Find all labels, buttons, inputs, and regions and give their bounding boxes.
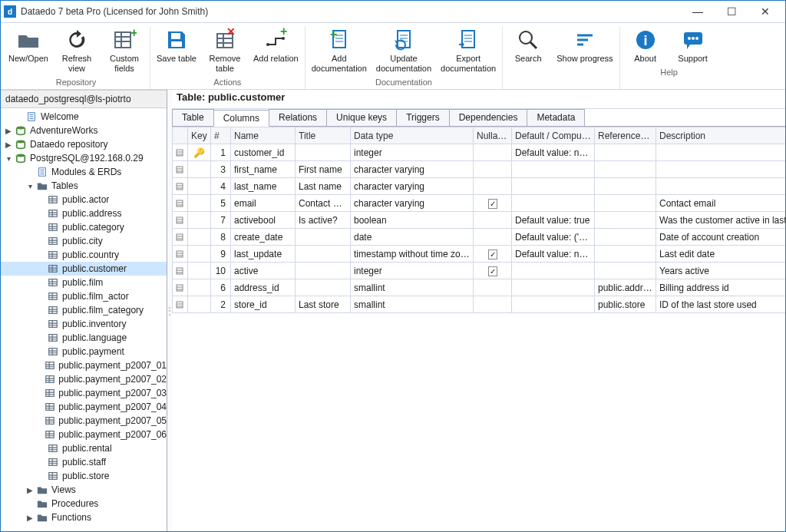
tree-item-public-film-actor[interactable]: public.film_actor	[1, 289, 167, 303]
nullable-cell[interactable]	[474, 279, 512, 296]
grid-cell[interactable]: ID of the last store used	[656, 296, 786, 313]
nullable-cell[interactable]	[474, 212, 512, 229]
grid-cell[interactable]	[512, 263, 595, 279]
grid-cell[interactable]: create_date	[231, 229, 296, 246]
tree-item-public-payment-p2007-04[interactable]: public.payment_p2007_04	[1, 400, 167, 414]
column-header-references[interactable]: References ▲	[595, 127, 656, 144]
grid-cell[interactable]	[595, 178, 656, 195]
nullable-cell[interactable]	[474, 296, 512, 313]
column-header-default-computed[interactable]: Default / Computed	[512, 127, 595, 144]
column-header-key[interactable]: Key	[188, 127, 211, 144]
grid-cell[interactable]	[656, 178, 786, 195]
tab-relations[interactable]: Relations	[269, 109, 327, 126]
grid-cell[interactable]: Billing address id	[656, 279, 786, 296]
tree-item-adventureworks[interactable]: ▶AdventureWorks	[1, 124, 167, 137]
tab-unique-keys[interactable]: Unique keys	[326, 109, 397, 126]
ribbon-refresh-view-button[interactable]: Refresh view	[53, 26, 101, 75]
grid-cell[interactable]	[595, 144, 656, 161]
maximize-button[interactable]: ☐	[715, 1, 748, 22]
column-header-description[interactable]: Description	[656, 127, 786, 144]
grid-row[interactable]: 8create_datedateDefault value: ('no…Date…	[173, 229, 786, 246]
tree-item-public-payment-p2007-01[interactable]: public.payment_p2007_01	[1, 359, 167, 372]
grid-cell[interactable]: Is active?	[296, 212, 351, 229]
grid-cell[interactable]: smallint	[351, 296, 474, 313]
grid-cell[interactable]: smallint	[351, 279, 474, 296]
tree-item-public-payment-p2007-06[interactable]: public.payment_p2007_06	[1, 428, 167, 441]
tree-item-views[interactable]: ▶Views	[1, 483, 167, 497]
ribbon-custom-fields-button[interactable]: +Custom fields	[101, 26, 148, 75]
grid-cell[interactable]: date	[351, 229, 474, 246]
grid-cell[interactable]: Last edit date	[656, 246, 786, 263]
grid-cell[interactable]	[595, 229, 656, 246]
grid-cell[interactable]: first_name	[231, 161, 296, 178]
grid-row[interactable]: 6address_idsmallintpublic.addressBilling…	[173, 279, 786, 296]
row-handle-icon[interactable]	[173, 178, 188, 195]
tree-item-public-payment-p2007-03[interactable]: public.payment_p2007_03	[1, 386, 167, 400]
tree-toggle-icon[interactable]: ▾	[4, 154, 13, 163]
grid-cell[interactable]: character varying	[351, 161, 474, 178]
tree-item-procedures[interactable]: Procedures	[1, 497, 167, 511]
grid-cell[interactable]	[656, 161, 786, 178]
tree-item-postgresql-192-168-0-29[interactable]: ▾PostgreSQL@192.168.0.29	[1, 151, 167, 165]
grid-cell[interactable]	[512, 296, 595, 313]
ribbon-export-documentation-button[interactable]: Export documentation	[436, 26, 500, 75]
tree-item-public-customer[interactable]: public.customer	[1, 262, 167, 276]
tree-item-public-language[interactable]: public.language	[1, 331, 167, 345]
grid-cell[interactable]: Was the customer active in last year	[656, 212, 786, 229]
column-header[interactable]	[173, 127, 188, 144]
grid-row[interactable]: 🔑1customer_idintegerDefault value: nex…	[173, 144, 786, 161]
ribbon-add-relation-button[interactable]: +Add relation	[249, 26, 303, 75]
grid-cell[interactable]	[656, 144, 786, 161]
minimize-button[interactable]: —	[681, 1, 715, 22]
grid-row[interactable]: 5emailContact emailcharacter varying✓Con…	[173, 195, 786, 212]
column-header-title[interactable]: Title	[296, 127, 351, 144]
grid-cell[interactable]: store_id	[231, 296, 296, 313]
grid-row[interactable]: 2store_idLast storesmallintpublic.storeI…	[173, 296, 786, 313]
row-handle-icon[interactable]	[173, 161, 188, 178]
tree-item-public-film-category[interactable]: public.film_category	[1, 303, 167, 317]
tree-item-public-film[interactable]: public.film	[1, 276, 167, 289]
grid-cell[interactable]: Contact email	[656, 195, 786, 212]
grid-cell[interactable]: boolean	[351, 212, 474, 229]
grid-row[interactable]: 3first_nameFirst namecharacter varying	[173, 161, 786, 178]
tree-item-public-payment-p2007-05[interactable]: public.payment_p2007_05	[1, 414, 167, 428]
grid-cell[interactable]: activebool	[231, 212, 296, 229]
ribbon-update-documentation-button[interactable]: Update documentation	[372, 26, 436, 75]
ribbon-add-documentation-button[interactable]: +Add documentation	[307, 26, 372, 75]
grid-row[interactable]: 9last_updatetimestamp without time zone✓…	[173, 246, 786, 263]
grid-cell[interactable]	[296, 144, 351, 161]
row-handle-icon[interactable]	[173, 195, 188, 212]
grid-row[interactable]: 10activeinteger✓Years active	[173, 263, 786, 279]
grid-cell[interactable]	[296, 229, 351, 246]
grid-cell[interactable]: Default value: true	[512, 212, 595, 229]
row-handle-icon[interactable]	[173, 296, 188, 313]
tree-item-public-store[interactable]: public.store	[1, 469, 167, 483]
grid-cell[interactable]	[512, 195, 595, 212]
tree-item-public-city[interactable]: public.city	[1, 234, 167, 248]
tree-item-public-country[interactable]: public.country	[1, 248, 167, 262]
grid-cell[interactable]	[595, 246, 656, 263]
grid-cell[interactable]: integer	[351, 263, 474, 279]
tab-table[interactable]: Table	[172, 109, 214, 126]
grid-cell[interactable]: last_update	[231, 246, 296, 263]
grid-cell[interactable]: last_name	[231, 178, 296, 195]
grid-cell[interactable]: customer_id	[231, 144, 296, 161]
nullable-cell[interactable]	[474, 161, 512, 178]
nullable-cell[interactable]: ✓	[474, 263, 512, 279]
grid-cell[interactable]	[595, 195, 656, 212]
close-button[interactable]: ✕	[748, 1, 782, 22]
row-handle-icon[interactable]	[173, 229, 188, 246]
grid-cell[interactable]	[595, 263, 656, 279]
grid-cell[interactable]: Contact email	[296, 195, 351, 212]
grid-cell[interactable]: email	[231, 195, 296, 212]
row-handle-icon[interactable]	[173, 263, 188, 279]
tree-item-public-rental[interactable]: public.rental	[1, 441, 167, 455]
tree-item-public-staff[interactable]: public.staff	[1, 455, 167, 469]
grid-cell[interactable]: integer	[351, 144, 474, 161]
tree-item-public-actor[interactable]: public.actor	[1, 193, 167, 207]
grid-row[interactable]: 4last_nameLast namecharacter varying	[173, 178, 786, 195]
grid-cell[interactable]: public.store	[595, 296, 656, 313]
grid-cell[interactable]: Last name	[296, 178, 351, 195]
column-header-[interactable]: #	[211, 127, 231, 144]
grid-cell[interactable]: active	[231, 263, 296, 279]
